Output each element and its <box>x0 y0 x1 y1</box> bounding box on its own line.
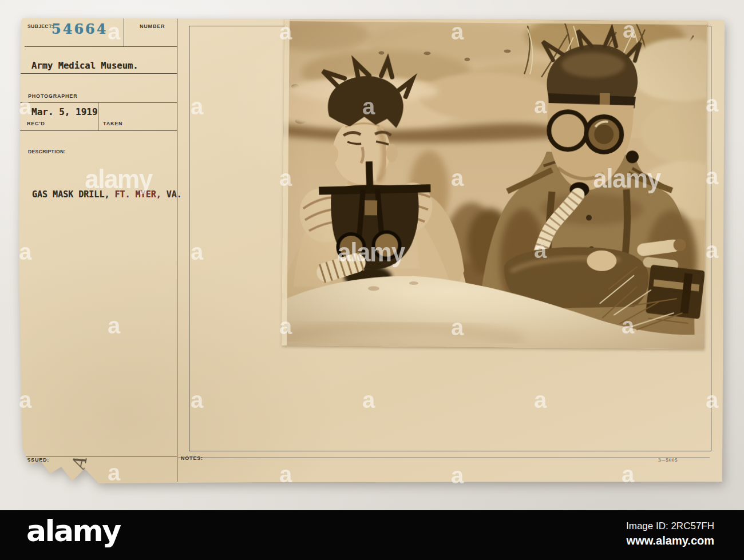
photo-illustration <box>282 18 707 349</box>
number-label: NUMBER <box>140 23 165 29</box>
rule-recd-taken-divider <box>98 102 98 130</box>
stock-photo-archive-card: SUBJECT: 54664 NUMBER Army Medical Museu… <box>0 0 744 560</box>
received-label: REC'D <box>27 121 45 126</box>
rule-issued-top <box>23 456 177 456</box>
rule-recd-bottom <box>17 130 177 131</box>
notes-label: NOTES: <box>181 455 203 461</box>
description-part3: VA. <box>167 189 182 200</box>
rule-organization-underline <box>19 73 177 74</box>
rule-photographer-bottom <box>17 102 177 103</box>
handwritten-mark: A <box>68 455 92 473</box>
photographer-label: PHOTOGRAPHER <box>28 93 77 99</box>
archive-card-wrap: SUBJECT: 54664 NUMBER Army Medical Museu… <box>16 16 728 486</box>
taken-label: TAKEN <box>103 121 122 126</box>
footer-bar: alamy Image ID: 2RC57FH www.alamy.com <box>0 510 744 560</box>
image-id-text: Image ID: 2RC57FH <box>626 521 714 532</box>
issued-label: ISSUED: <box>25 457 49 463</box>
description-part2: FT. MYER, <box>114 189 161 200</box>
subject-number: 54664 <box>52 21 108 37</box>
subject-label: SUBJECT: <box>27 23 53 29</box>
rule-subject-bottom <box>25 46 177 47</box>
organization-text: Army Medical Museum. <box>31 61 138 71</box>
rule-main-vertical <box>177 17 177 482</box>
gas-mask-drill-photo <box>282 18 707 349</box>
form-number: 3—5005 <box>658 458 678 463</box>
website-url: www.alamy.com <box>627 534 714 547</box>
received-date: Mar. 5, 1919 <box>31 106 98 117</box>
rule-notes-top <box>178 458 710 458</box>
archive-card: SUBJECT: 54664 NUMBER Army Medical Museu… <box>17 17 727 484</box>
rule-subject-number-divider <box>124 17 124 47</box>
description-label: DESCRIPTION: <box>28 149 66 154</box>
description-part1: GAS MASK DRILL, <box>32 189 109 200</box>
description-text: GAS MASK DRILL,FT. MYER,VA. <box>32 189 182 200</box>
alamy-logo: alamy <box>26 514 120 548</box>
